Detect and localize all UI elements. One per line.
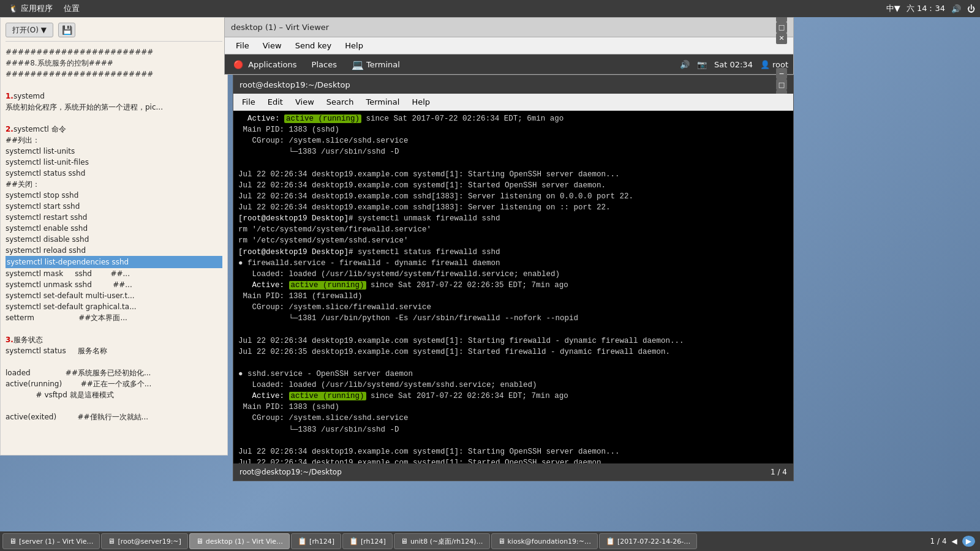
term-menu-file[interactable]: File xyxy=(236,96,262,108)
taskbar-item-server1[interactable]: 🖥 [server (1) – Virt Vie… xyxy=(2,533,100,549)
term-menu-terminal[interactable]: Terminal xyxy=(360,96,405,108)
terminal-page-indicator: 1 / 4 xyxy=(771,468,787,476)
taskbar-nav-prev[interactable]: ◀ xyxy=(952,537,957,545)
gnome-places-menu[interactable]: Places xyxy=(308,59,341,70)
terminal-menubar: File Edit View Search Terminal Help xyxy=(233,94,793,111)
virt-menu-view[interactable]: View xyxy=(257,39,288,52)
taskbar-item-rh124a[interactable]: 📋 [rh124] xyxy=(291,533,341,549)
screenshot-icon: 📷 xyxy=(697,60,707,69)
notes-cmd-line: systemctl status sshd xyxy=(6,168,222,179)
close-button[interactable]: ✕ xyxy=(776,33,787,44)
term-prompt-line: [root@desktop19 Desktop]# systemctl stat… xyxy=(238,247,788,258)
virt-menu-file[interactable]: File xyxy=(230,39,255,52)
term-line: Jul 22 02:26:34 desktop19.example.com ss… xyxy=(238,191,788,202)
term-prompt-line: [root@desktop19 Desktop]# systemctl unma… xyxy=(238,213,788,224)
taskbar-item-desktop1[interactable]: 🖥 desktop (1) – Virt Vie… xyxy=(189,533,290,549)
taskbar-icon-rh124b: 📋 xyxy=(349,537,358,545)
volume-icon-gnome: 🔊 xyxy=(680,60,690,69)
terminal-maximize[interactable]: □ xyxy=(776,79,787,90)
taskbar-right: 1 / 4 ◀ ▶ xyxy=(930,536,978,547)
term-line: CGroup: /system.slice/sshd.service xyxy=(238,413,788,424)
maximize-button[interactable]: □ xyxy=(776,22,787,33)
term-line: ● sshd.service - OpenSSH server daemon xyxy=(238,369,788,380)
notes-cmd-line: systemctl set-default multi-user.t... xyxy=(6,290,222,301)
notes-cmd-line: systemctl restart sshd xyxy=(6,212,222,223)
lang-indicator[interactable]: 中▼ xyxy=(886,3,900,14)
open-button[interactable]: 打开(O) ▼ xyxy=(6,23,53,37)
notes-cmd-line: systemctl disable sshd xyxy=(6,234,222,245)
taskbar-item-log[interactable]: 📋 [2017-07-22-14-26-… xyxy=(599,533,697,549)
notes-line: ######################## xyxy=(6,47,222,58)
notes-line: 系统初始化程序，系统开始的第一个进程，pic... xyxy=(6,102,222,113)
notes-save-icon[interactable]: 💾 xyxy=(58,23,75,37)
term-menu-search[interactable]: Search xyxy=(320,96,360,108)
gnome-terminal-menu[interactable]: 💻 Terminal xyxy=(348,58,404,72)
desktop: 📁 h... 🗑 Trash 📁 rh124 打开(O) ▼ 💾 #######… xyxy=(0,17,980,534)
taskbar-icon-unit8: 🖥 xyxy=(401,537,408,545)
location-menu[interactable]: 位置 xyxy=(60,2,83,15)
notes-line: 2.systemctl 命令 xyxy=(6,124,222,135)
term-line: Main PID: 1383 (sshd) xyxy=(238,402,788,413)
user-icon: 👤 xyxy=(760,60,770,69)
taskbar-item-server19[interactable]: 🖥 [root@server19:~] xyxy=(101,533,187,549)
taskbar-item-kiosk[interactable]: 🖥 kiosk@foundation19:~… xyxy=(491,533,598,549)
app-menu[interactable]: 🐧 应用程序 xyxy=(5,2,56,15)
taskbar-icon-server19: 🖥 xyxy=(108,537,115,545)
notes-content: ######################## ####8.系统服务的控制##… xyxy=(6,47,222,422)
terminal-tab-label[interactable]: root@desktop19:~/Desktop xyxy=(239,468,342,476)
term-line: Jul 22 02:26:35 desktop19.example.com sy… xyxy=(238,347,788,358)
notes-cmd-line: loaded ##系统服务已经初始化... xyxy=(6,367,222,378)
taskbar: 🖥 [server (1) – Virt Vie… 🖥 [root@server… xyxy=(0,531,980,551)
term-menu-help[interactable]: Help xyxy=(405,96,436,108)
system-bar: 🐧 应用程序 位置 中▼ 六 14：34 🔊 ⏻ xyxy=(0,0,980,17)
term-blank xyxy=(238,358,788,369)
virt-menu-sendkey[interactable]: Send key xyxy=(289,39,338,52)
notes-line: ####8.系统服务的控制#### xyxy=(6,58,222,69)
term-line: └─1381 /usr/bin/python -Es /usr/sbin/fir… xyxy=(238,313,788,324)
time-display: 六 14：34 xyxy=(907,3,945,14)
term-line: rm '/etc/systemd/system/sshd.service' xyxy=(238,235,788,246)
gnome-applications-menu[interactable]: 🔴 Applications xyxy=(230,59,301,70)
system-bar-right: 中▼ 六 14：34 🔊 ⏻ xyxy=(886,3,975,14)
notes-cmd-line: # vsftpd 就是這種模式 xyxy=(6,389,222,400)
notes-cmd-line: systemctl mask sshd ##... xyxy=(6,268,222,279)
notes-cmd-line: systemctl enable sshd xyxy=(6,223,222,234)
term-line: Jul 22 02:26:34 desktop19.example.com sy… xyxy=(238,335,788,347)
terminal-title: root@desktop19:~/Desktop xyxy=(239,80,350,89)
notes-cmd-line: systemctl list-units xyxy=(6,146,222,157)
term-line: Active: active (running) since Sat 2017-… xyxy=(238,280,788,291)
notes-cmd-line: active(running) ##正在一个或多个... xyxy=(6,378,222,389)
notes-cmd-line: systemctl status 服务名称 xyxy=(6,345,222,356)
virt-viewer-window: desktop (1) – Virt Viewer ─ □ ✕ File Vie… xyxy=(224,17,794,75)
gnome-bar-right: 🔊 📷 Sat 02:34 👤 root xyxy=(680,60,788,69)
term-line: Loaded: loaded (/usr/lib/systemd/system/… xyxy=(238,380,788,391)
terminal-body[interactable]: Active: active (running) since Sat 2017-… xyxy=(233,111,793,463)
terminal-minimize[interactable]: ─ xyxy=(776,68,787,79)
gnome-top-bar: 🔴 Applications Places 💻 Terminal 🔊 📷 Sat… xyxy=(224,54,794,75)
gnome-logo: 🔴 xyxy=(233,60,243,69)
notes-line: 3.服务状态 xyxy=(6,334,222,345)
power-button[interactable]: ⏻ xyxy=(967,4,975,13)
gnome-time: Sat 02:34 xyxy=(714,60,753,69)
notes-cmd-line: systemctl start sshd xyxy=(6,201,222,212)
terminal-titlebar: root@desktop19:~/Desktop ─ □ ✕ xyxy=(233,75,793,94)
taskbar-icon-desktop1: 🖥 xyxy=(196,537,203,545)
taskbar-nav-next[interactable]: ▶ xyxy=(962,536,975,547)
term-line: Jul 22 02:26:34 desktop19.example.com sy… xyxy=(238,180,788,191)
taskbar-icon-server1: 🖥 xyxy=(9,537,17,545)
notes-line: ##关闭： xyxy=(6,179,222,190)
term-line: CGroup: /system.slice/sshd.service xyxy=(238,135,788,146)
notes-line: ##列出： xyxy=(6,135,222,146)
term-line: Jul 22 02:26:34 desktop19.example.com sy… xyxy=(238,446,788,457)
taskbar-item-rh124b[interactable]: 📋 [rh124] xyxy=(342,533,393,549)
taskbar-item-unit8[interactable]: 🖥 unit8 (~桌面/rh124)… xyxy=(394,533,490,549)
term-menu-edit[interactable]: Edit xyxy=(262,96,289,108)
notes-cmd-line: active(exited) ##僅執行一次就結... xyxy=(6,411,222,422)
term-line: CGroup: /system.slice/firewalld.service xyxy=(238,302,788,313)
taskbar-icon-log: 📋 xyxy=(606,537,615,545)
term-menu-view[interactable]: View xyxy=(289,96,320,108)
term-line: ● firewalld.service - firewalld - dynami… xyxy=(238,258,788,269)
notes-cmd-line: systemctl set-default graphical.ta... xyxy=(6,301,222,312)
virt-viewer-titlebar: desktop (1) – Virt Viewer ─ □ ✕ xyxy=(224,17,794,37)
virt-menu-help[interactable]: Help xyxy=(339,39,369,52)
